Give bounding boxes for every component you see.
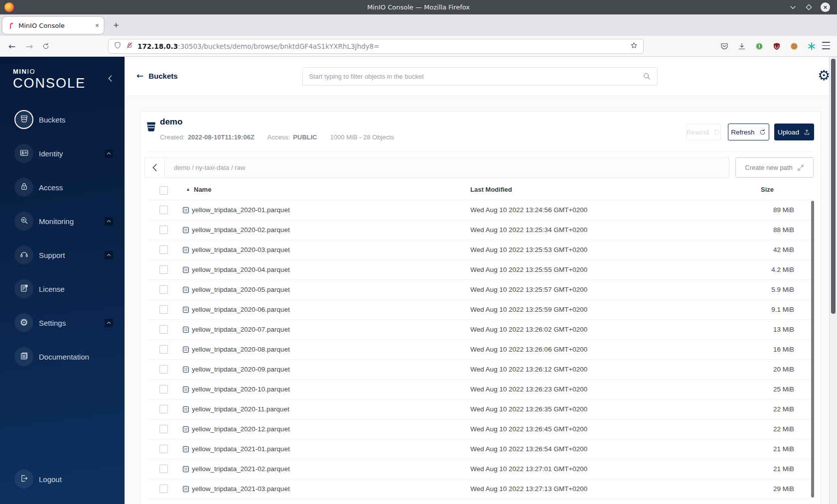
sidebar-item-monitoring[interactable]: Monitoring [0, 212, 125, 231]
object-name[interactable]: yellow_tripdata_2021-02.parquet [192, 465, 290, 473]
maximize-icon[interactable] [805, 3, 813, 11]
table-scrollbar[interactable] [811, 201, 814, 498]
table-row[interactable]: yellow_tripdata_2020-04.parquet Wed Aug … [147, 260, 811, 280]
table-row[interactable]: yellow_tripdata_2020-01.parquet Wed Aug … [147, 200, 811, 220]
forward-icon[interactable]: → [23, 36, 35, 56]
row-checkbox[interactable] [159, 365, 168, 374]
row-checkbox[interactable] [159, 305, 168, 314]
table-row[interactable]: yellow_tripdata_2021-01.parquet Wed Aug … [147, 439, 811, 459]
object-name[interactable]: yellow_tripdata_2020-02.parquet [192, 226, 290, 234]
sidebar-item-settings[interactable]: ⚙ Settings [0, 313, 125, 332]
brand-product: CONSOLE [13, 76, 86, 91]
sidebar-item-access[interactable]: Access [0, 178, 125, 197]
upload-button[interactable]: Upload [774, 124, 814, 140]
browser-tab-minio-console[interactable]: MinIO Console × [2, 17, 104, 34]
sidebar-item-identity[interactable]: Identity [0, 144, 125, 163]
page-scrollbar[interactable] [829, 57, 837, 504]
sidebar-item-support[interactable]: Support [0, 246, 125, 264]
table-row[interactable]: yellow_tripdata_2020-06.parquet Wed Aug … [147, 300, 811, 320]
pocket-icon[interactable] [720, 42, 729, 51]
row-checkbox[interactable] [159, 206, 168, 214]
object-name[interactable]: yellow_tripdata_2020-10.parquet [192, 385, 290, 393]
bookmark-star-icon[interactable] [630, 41, 638, 52]
back-icon[interactable]: ← [6, 36, 18, 56]
privacy-extension-icon[interactable] [755, 42, 764, 51]
object-name[interactable]: yellow_tripdata_2020-04.parquet [192, 266, 290, 273]
page-scrollbar-thumb[interactable] [831, 59, 836, 314]
object-name[interactable]: yellow_tripdata_2020-08.parquet [192, 346, 290, 353]
sidebar-item-documentation[interactable]: Documentation [0, 347, 125, 366]
column-header-last-modified[interactable]: Last Modified [470, 186, 512, 193]
new-tab-button[interactable]: + [109, 18, 123, 32]
table-row[interactable]: yellow_tripdata_2020-05.parquet Wed Aug … [147, 280, 811, 300]
row-checkbox[interactable] [159, 405, 168, 413]
close-tab-icon[interactable]: × [95, 21, 99, 29]
gear-icon[interactable]: ⚙ [818, 69, 830, 83]
url-bar[interactable]: 172.18.0.3:30503/buckets/demo/browse/bnk… [108, 39, 644, 54]
column-header-name[interactable]: Name [194, 186, 211, 193]
rewind-button[interactable]: Rewind [686, 124, 721, 140]
filter-objects-search[interactable] [302, 67, 658, 86]
row-checkbox[interactable] [159, 246, 168, 254]
table-row[interactable]: yellow_tripdata_2020-07.parquet Wed Aug … [147, 320, 811, 340]
chevron-up-icon[interactable] [105, 217, 113, 226]
row-checkbox[interactable] [159, 345, 168, 354]
shield-icon[interactable] [114, 41, 122, 51]
ublock-extension-icon[interactable] [772, 42, 781, 51]
reload-icon[interactable] [40, 36, 52, 56]
row-checkbox[interactable] [159, 445, 168, 453]
cookie-extension-icon[interactable] [790, 42, 799, 51]
row-checkbox[interactable] [159, 226, 168, 234]
search-input[interactable] [309, 73, 643, 80]
column-header-size[interactable]: Size [761, 186, 774, 193]
url-text[interactable]: 172.18.0.3:30503/buckets/demo/browse/bnk… [138, 42, 626, 50]
container-extension-icon[interactable] [807, 42, 816, 51]
table-row[interactable]: yellow_tripdata_2021-02.parquet Wed Aug … [147, 459, 811, 479]
minimize-icon[interactable] [789, 3, 797, 11]
table-row[interactable]: yellow_tripdata_2020-12.parquet Wed Aug … [147, 419, 811, 439]
object-name[interactable]: yellow_tripdata_2020-11.parquet [192, 405, 289, 413]
collapse-sidebar-icon[interactable] [108, 75, 116, 83]
download-icon[interactable] [737, 42, 746, 51]
lock-insecure-icon[interactable] [126, 41, 134, 51]
menu-icon[interactable] [822, 42, 830, 49]
sidebar-item-license[interactable]: License [0, 279, 125, 298]
row-checkbox[interactable] [159, 425, 168, 433]
row-checkbox[interactable] [159, 485, 168, 493]
row-checkbox[interactable] [159, 465, 168, 473]
sidebar-item-buckets[interactable]: Buckets [0, 110, 125, 129]
object-name[interactable]: yellow_tripdata_2020-09.parquet [192, 366, 290, 373]
table-row[interactable]: yellow_tripdata_2020-03.parquet Wed Aug … [147, 240, 811, 260]
created-label: Created: [160, 133, 185, 141]
create-new-path-button[interactable]: Create new path [735, 157, 814, 178]
row-checkbox[interactable] [159, 325, 168, 334]
object-name[interactable]: yellow_tripdata_2021-01.parquet [192, 445, 290, 453]
select-all-checkbox[interactable] [159, 186, 168, 195]
object-name[interactable]: yellow_tripdata_2020-05.parquet [192, 286, 290, 293]
chevron-up-icon[interactable] [105, 319, 113, 327]
object-name[interactable]: yellow_tripdata_2020-07.parquet [192, 326, 290, 333]
rewind-icon [713, 128, 720, 136]
object-name[interactable]: yellow_tripdata_2021-03.parquet [192, 485, 290, 493]
chevron-up-icon[interactable] [105, 149, 113, 158]
table-row[interactable]: yellow_tripdata_2020-09.parquet Wed Aug … [147, 360, 811, 379]
object-name[interactable]: yellow_tripdata_2020-03.parquet [192, 246, 290, 253]
close-window-icon[interactable]: × [821, 2, 830, 12]
table-row[interactable]: yellow_tripdata_2021-03.parquet Wed Aug … [147, 479, 811, 499]
row-checkbox[interactable] [159, 385, 168, 393]
table-row[interactable]: yellow_tripdata_2020-11.parquet Wed Aug … [147, 399, 811, 419]
row-checkbox[interactable] [159, 285, 168, 294]
refresh-button[interactable]: Refresh [728, 124, 769, 140]
sidebar-item-logout[interactable]: Logout [0, 470, 125, 489]
breadcrumb[interactable]: demo / ny-taxi-data / raw [174, 164, 245, 171]
table-row[interactable]: yellow_tripdata_2020-08.parquet Wed Aug … [147, 340, 811, 360]
object-name[interactable]: yellow_tripdata_2020-06.parquet [192, 306, 290, 313]
table-row[interactable]: yellow_tripdata_2020-02.parquet Wed Aug … [147, 220, 811, 240]
path-back-icon[interactable] [145, 158, 165, 177]
table-row[interactable]: yellow_tripdata_2020-10.parquet Wed Aug … [147, 379, 811, 399]
object-name[interactable]: yellow_tripdata_2020-01.parquet [192, 206, 290, 214]
row-checkbox[interactable] [159, 265, 168, 274]
back-to-buckets[interactable]: ← Buckets [137, 71, 178, 81]
object-name[interactable]: yellow_tripdata_2020-12.parquet [192, 425, 290, 433]
chevron-up-icon[interactable] [105, 251, 113, 259]
